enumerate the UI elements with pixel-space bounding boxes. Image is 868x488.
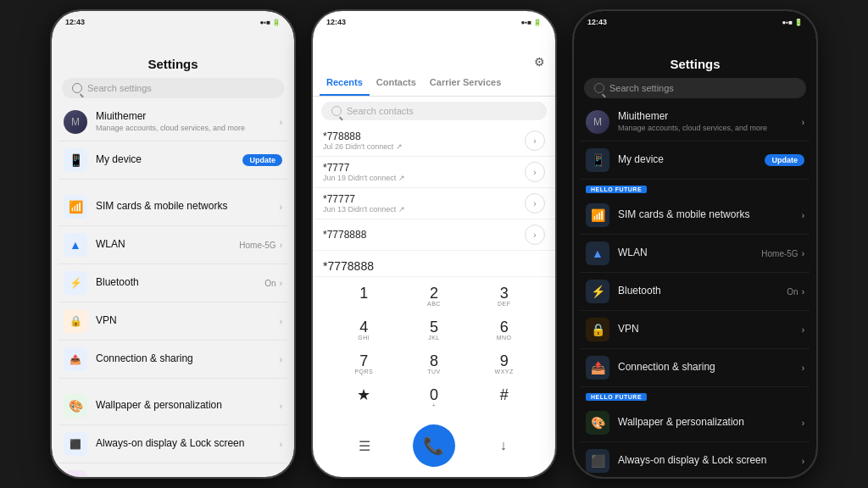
key-4[interactable]: 4 GHI bbox=[330, 314, 398, 347]
key-hash[interactable]: # bbox=[470, 382, 538, 414]
phone1-battery-icon: 🔋 bbox=[272, 19, 281, 26]
key-5-digit: 5 bbox=[430, 319, 438, 335]
key-8-digit: 8 bbox=[430, 353, 438, 369]
keypad: 1 2 ABC 3 DEF 4 GHI bbox=[313, 277, 555, 418]
phone1-item-miuithemer[interactable]: M Miuithemer Manage accounts, cloud serv… bbox=[58, 103, 287, 141]
phone-1-light: 12:43 ●▪■ 🔋 Settings Search settings M bbox=[50, 9, 296, 479]
phone3-item-vpn[interactable]: 🔒 VPN › bbox=[581, 311, 810, 349]
phone3-wlan-value: Home-5G bbox=[761, 249, 798, 258]
call-arrow-0[interactable]: › bbox=[525, 130, 545, 151]
key-7-letters: PQRS bbox=[354, 369, 373, 375]
bluetooth-title: Bluetooth bbox=[96, 276, 256, 290]
key-8[interactable]: 8 TUV bbox=[400, 348, 469, 380]
phone3-bluetooth-icon: ⚡ bbox=[586, 280, 609, 303]
phone3-item-always-on[interactable]: ⬛ Always-on display & Lock screen › bbox=[581, 442, 810, 477]
phone3-item-connection[interactable]: 📤 Connection & sharing › bbox=[581, 349, 810, 387]
dialer-search-icon bbox=[331, 106, 342, 116]
phone3-item-wlan[interactable]: ▲ WLAN Home-5G › bbox=[581, 235, 810, 273]
key-9[interactable]: 9 WXYZ bbox=[470, 348, 538, 380]
phone1-item-bluetooth[interactable]: ⚡ Bluetooth On › bbox=[58, 264, 287, 302]
bluetooth-value: On bbox=[264, 279, 275, 288]
sim-icon: 📶 bbox=[64, 195, 87, 219]
phone3-item-miuithemer[interactable]: M Miuithemer Manage accounts, cloud serv… bbox=[581, 103, 810, 141]
miuithemer-text: Miuithemer Manage accounts, cloud servic… bbox=[96, 110, 271, 133]
phone3-mydevice-text: My device bbox=[618, 153, 756, 167]
call-number-2: *77777 bbox=[323, 193, 518, 205]
update-badge[interactable]: Update bbox=[242, 154, 282, 166]
key-2-digit: 2 bbox=[430, 286, 438, 301]
call-item-3[interactable]: *7778888 › bbox=[313, 219, 555, 251]
key-6[interactable]: 6 MNO bbox=[470, 314, 538, 347]
phone3-search-bar[interactable]: Search settings bbox=[584, 78, 806, 98]
phone2-status-bar: 12:43 ●▪■ 🔋 bbox=[313, 11, 555, 31]
phone1-item-vpn[interactable]: 🔒 VPN › bbox=[58, 302, 287, 341]
miuithemer-title: Miuithemer bbox=[96, 110, 271, 124]
call-item-2[interactable]: *77777 Jun 13 Didn't connect ↗ › bbox=[313, 188, 555, 219]
dialer-gear-icon[interactable]: ⚙ bbox=[534, 55, 545, 69]
wlan-right: Home-5G › bbox=[239, 241, 282, 250]
phone3-sim-icon: 📶 bbox=[586, 203, 609, 227]
phone1-content: Settings Search settings M Miuithemer Ma… bbox=[52, 52, 294, 477]
phone1-item-wallpaper[interactable]: 🎨 Wallpaper & personalization › bbox=[58, 387, 287, 425]
phone1-item-always-on[interactable]: ⬛ Always-on display & Lock screen › bbox=[58, 425, 287, 463]
phone1-item-mydevice[interactable]: 📱 My device Update bbox=[58, 141, 287, 180]
dialer-tab-carrier[interactable]: Carrier Services bbox=[423, 69, 508, 96]
phone1-settings-list: M Miuithemer Manage accounts, cloud serv… bbox=[52, 103, 294, 477]
bluetooth-right: On › bbox=[264, 279, 282, 288]
key-7[interactable]: 7 PQRS bbox=[330, 348, 398, 380]
phone3-miuithemer-text: Miuithemer Manage accounts, cloud servic… bbox=[618, 110, 793, 133]
dialer-menu-btn[interactable]: ☰ bbox=[349, 430, 380, 461]
phone3-bluetooth-title: Bluetooth bbox=[618, 285, 778, 298]
phone3-item-mydevice[interactable]: 📱 My device Update bbox=[581, 141, 810, 180]
bluetooth-icon: ⚡ bbox=[64, 271, 87, 295]
key-0[interactable]: 0 + bbox=[400, 382, 469, 414]
dialer-number-display: *7778888 bbox=[313, 256, 555, 277]
phone1-item-sim[interactable]: 📶 SIM cards & mobile networks › bbox=[58, 188, 287, 226]
call-info-2: *77777 Jun 13 Didn't connect ↗ bbox=[323, 193, 518, 214]
p3-chevron-wallpaper: › bbox=[802, 419, 804, 428]
phone1-search-text: Search settings bbox=[87, 83, 152, 93]
dialer-tab-recents[interactable]: Recents bbox=[320, 69, 370, 96]
phone1-title: Settings bbox=[52, 52, 294, 75]
bluetooth-text: Bluetooth bbox=[96, 276, 256, 290]
key-5[interactable]: 5 JKL bbox=[400, 314, 469, 347]
call-arrow-1[interactable]: › bbox=[525, 162, 545, 182]
phone1-item-connection[interactable]: 📤 Connection & sharing › bbox=[58, 341, 287, 379]
dialer-voicemail-btn[interactable]: ↓ bbox=[488, 430, 519, 461]
p3-chevron-vpn: › bbox=[802, 325, 804, 335]
phone3-miuithemer-avatar: M bbox=[586, 110, 609, 134]
phone3-item-bluetooth[interactable]: ⚡ Bluetooth On › bbox=[581, 273, 810, 311]
call-arrow-3[interactable]: › bbox=[525, 225, 545, 245]
always-on-text: Always-on display & Lock screen bbox=[96, 437, 271, 451]
key-0-digit: 0 bbox=[430, 387, 438, 402]
phone3-connection-text: Connection & sharing bbox=[618, 361, 793, 374]
display-icon: ◉ bbox=[64, 470, 87, 477]
dialer-tab-contacts[interactable]: Contacts bbox=[370, 69, 423, 96]
key-9-letters: WXYZ bbox=[495, 369, 514, 375]
phone3-item-wallpaper[interactable]: 🎨 Wallpaper & personalization › bbox=[581, 404, 810, 442]
call-item-1[interactable]: *7777 Jun 19 Didn't connect ↗ › bbox=[313, 157, 555, 188]
phone2-screen: 12:43 ●▪■ 🔋 ⚙ Recents Contacts Carrier S… bbox=[313, 11, 555, 477]
phone3-bluetooth-value: On bbox=[787, 287, 798, 297]
connection-title: Connection & sharing bbox=[96, 352, 271, 366]
connection-icon: 📤 bbox=[64, 347, 87, 371]
phone3-battery-icon: 🔋 bbox=[794, 19, 803, 26]
dialer-search-bar[interactable]: Search contacts bbox=[321, 102, 547, 120]
phone3-item-sim[interactable]: 📶 SIM cards & mobile networks › bbox=[581, 197, 810, 235]
call-item-0[interactable]: *778888 Jul 26 Didn't connect ↗ › bbox=[313, 125, 555, 157]
key-1[interactable]: 1 bbox=[330, 280, 398, 313]
call-arrow-2[interactable]: › bbox=[525, 193, 545, 214]
phone3-hello-future-badge-2: HELLO FUTURE bbox=[586, 393, 647, 401]
call-button[interactable]: 📞 bbox=[413, 424, 455, 467]
key-3[interactable]: 3 DEF bbox=[470, 280, 538, 313]
phone1-item-wlan[interactable]: ▲ WLAN Home-5G › bbox=[58, 226, 287, 264]
phone1-item-display[interactable]: ◉ Display › bbox=[58, 463, 287, 477]
phone3-update-badge[interactable]: Update bbox=[765, 154, 804, 166]
key-4-digit: 4 bbox=[359, 319, 368, 335]
wlan-text: WLAN bbox=[96, 238, 231, 252]
key-2[interactable]: 2 ABC bbox=[400, 280, 469, 313]
key-star[interactable]: ★ bbox=[330, 382, 398, 414]
phone2-status-icons: ●▪■ 🔋 bbox=[521, 19, 542, 26]
section-gap-1 bbox=[58, 180, 287, 188]
phone1-search-bar[interactable]: Search settings bbox=[62, 78, 284, 98]
